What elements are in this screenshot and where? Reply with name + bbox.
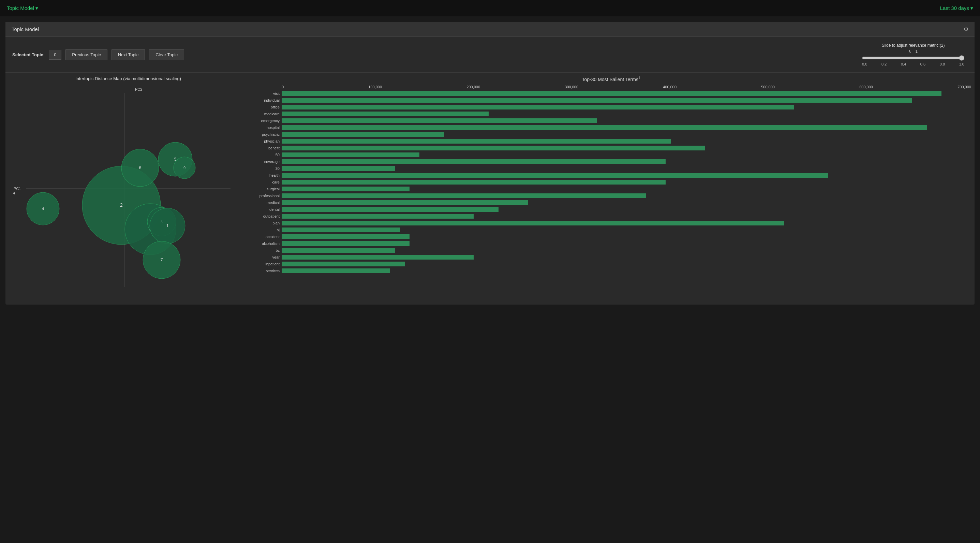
bar-term-label: coverage: [251, 159, 282, 164]
barchart-section: Top-30 Most Salient Terms1 0100,000200,0…: [251, 76, 971, 304]
card-header: Topic Model ⚙: [5, 22, 975, 37]
bar-term-label: physician: [251, 139, 282, 143]
bar-term-label: individual: [251, 98, 282, 102]
bar-row: health: [251, 172, 971, 178]
bar-term-label: benefit: [251, 146, 282, 150]
selected-topic-label: Selected Topic:: [12, 52, 45, 57]
bar-fill: [282, 207, 498, 212]
bar-background: [282, 180, 971, 185]
bar-row: 30: [251, 166, 971, 172]
bar-background: [282, 118, 971, 123]
bar-fill: [282, 200, 528, 205]
bar-row: visit: [251, 91, 971, 97]
bar-term-label: alcoholism: [251, 242, 282, 245]
bar-term-label: psychiatric: [251, 132, 282, 137]
bar-fill: [282, 91, 942, 96]
map-title: Intertopic Distance Map (via multidimens…: [9, 76, 248, 81]
axis-tick-label: 200,000: [466, 85, 480, 89]
slider-container: Slide to adjust relevance metric:(2) λ =…: [862, 43, 964, 66]
bar-row: 50: [251, 152, 971, 158]
topic-number-display: 0: [49, 50, 61, 60]
bar-row: coverage: [251, 159, 971, 165]
lambda-label: λ = 1: [862, 49, 964, 54]
bar-term-label: hospital: [251, 126, 282, 130]
bar-term-label: office: [251, 105, 282, 109]
bar-row: plan: [251, 220, 971, 226]
bar-fill: [282, 186, 409, 191]
bar-row: surgical: [251, 186, 971, 192]
bar-row: aj: [251, 227, 971, 233]
bar-fill: [282, 180, 666, 185]
bar-fill: [282, 241, 409, 246]
axis-tick-label: 400,000: [663, 85, 676, 89]
axis-labels-top: 0100,000200,000300,000400,000500,000600,…: [251, 85, 971, 89]
bar-background: [282, 214, 971, 219]
slider-section: Slide to adjust relevance metric:(2) λ =…: [862, 43, 968, 66]
svg-text:2: 2: [120, 202, 123, 208]
bar-term-label: 30: [251, 166, 282, 170]
svg-text:9: 9: [183, 166, 186, 170]
bar-row: dental: [251, 206, 971, 212]
controls-row: Selected Topic: 0 Previous Topic Next To…: [5, 37, 975, 73]
bar-background: [282, 193, 971, 198]
bar-term-label: 50: [251, 153, 282, 157]
bar-fill: [282, 132, 444, 137]
bar-term-label: health: [251, 173, 282, 177]
bar-fill: [282, 118, 597, 123]
bar-fill: [282, 173, 828, 178]
bar-fill: [282, 166, 395, 171]
card-title: Topic Model: [11, 26, 39, 32]
bar-term-label: bz: [251, 248, 282, 252]
bar-row: inpatient: [251, 261, 971, 267]
bar-term-label: accident: [251, 235, 282, 239]
date-range-dropdown[interactable]: Last 30 days ▾: [940, 5, 973, 11]
main-card: Topic Model ⚙ Selected Topic: 0 Previous…: [5, 22, 975, 304]
relevance-slider[interactable]: [862, 55, 964, 61]
bar-term-label: medical: [251, 201, 282, 205]
bar-background: [282, 228, 971, 232]
bar-background: [282, 268, 971, 273]
previous-topic-button[interactable]: Previous Topic: [65, 49, 107, 60]
axis-tick-label: 700,000: [958, 85, 971, 89]
bar-term-label: dental: [251, 207, 282, 212]
bar-fill: [282, 228, 400, 232]
slider-axis-tick: 0.4: [901, 62, 906, 66]
clear-topic-button[interactable]: Clear Topic: [149, 49, 184, 60]
gear-icon[interactable]: ⚙: [964, 26, 969, 32]
bar-background: [282, 98, 971, 103]
svg-text:1: 1: [166, 223, 169, 228]
map-canvas: PC1 4 PC2 2 3 6 5: [9, 83, 241, 294]
barchart-title: Top-30 Most Salient Terms1: [251, 76, 971, 82]
bar-term-label: outpatient: [251, 214, 282, 218]
bar-background: [282, 200, 971, 205]
bar-background: [282, 139, 971, 143]
slider-axis-tick: 0.0: [862, 62, 867, 66]
map-section: Intertopic Distance Map (via multidimens…: [9, 76, 248, 304]
bar-row: outpatient: [251, 213, 971, 219]
bar-fill: [282, 98, 912, 103]
axis-tick-label: 300,000: [565, 85, 578, 89]
bar-fill: [282, 111, 488, 116]
slider-axis-tick: 0.2: [881, 62, 886, 66]
svg-text:4: 4: [13, 191, 15, 195]
bar-row: psychiatric: [251, 131, 971, 137]
bar-term-label: care: [251, 180, 282, 184]
topbar: Topic Model ▾ Last 30 days ▾: [0, 0, 980, 16]
bar-background: [282, 125, 971, 130]
bar-term-label: services: [251, 269, 282, 273]
bar-row: hospital: [251, 124, 971, 131]
bar-term-label: surgical: [251, 187, 282, 191]
bar-fill: [282, 234, 409, 239]
slider-axis: 0.00.20.40.60.81.0: [862, 62, 964, 66]
axis-tick-label: 500,000: [761, 85, 775, 89]
bar-background: [282, 159, 971, 164]
bar-background: [282, 221, 971, 225]
bar-row: year: [251, 254, 971, 260]
axis-tick-label: 100,000: [368, 85, 382, 89]
topic-model-dropdown[interactable]: Topic Model ▾: [7, 5, 38, 11]
bar-background: [282, 241, 971, 246]
bar-fill: [282, 125, 927, 130]
next-topic-button[interactable]: Next Topic: [111, 49, 145, 60]
bar-row: medicare: [251, 111, 971, 117]
bar-row: bz: [251, 247, 971, 253]
